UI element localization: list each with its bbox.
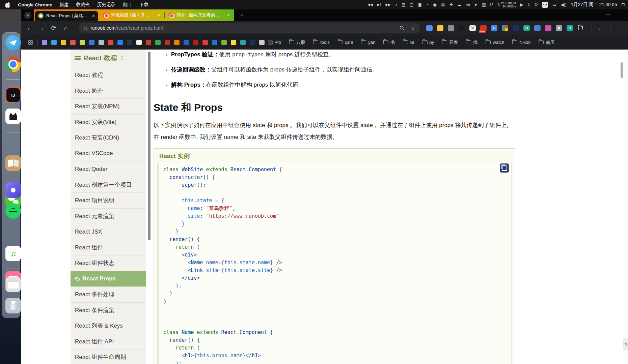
browser-tab-2[interactable]: 环境搭建 | 面向开发者的× (100, 9, 164, 21)
control-center-icon[interactable]: ⧠ (621, 3, 625, 7)
music-status-icon[interactable]: ♪ (395, 3, 397, 7)
chrome-dock-icon[interactable] (5, 57, 21, 72)
sidebar-item-react-组件-api[interactable]: React 组件 API (71, 334, 146, 350)
page-scrollbar[interactable] (621, 62, 623, 78)
tab-close-icon[interactable]: × (227, 12, 230, 18)
bookmark-folder-SI[interactable]: SI (403, 40, 414, 45)
sidebar-item-react-组件状态[interactable]: React 组件状态 (71, 255, 146, 271)
bookmark-pro[interactable]: Pro (268, 40, 281, 45)
spotlight-status-icon[interactable]: Ⓢ (441, 3, 445, 7)
bookmark-favicon-13[interactable] (155, 40, 161, 45)
pinwheel-status-icon[interactable]: ✣ (449, 3, 453, 7)
bookmark-favicon-24[interactable] (259, 40, 265, 45)
screenshot-status-icon[interactable]: ▣ (418, 3, 422, 7)
extension-icon-14[interactable]: B (567, 25, 573, 31)
bookmark-favicon-11[interactable] (136, 40, 142, 45)
tab-close-icon[interactable]: × (92, 13, 95, 19)
bookmark-favicon-17[interactable] (193, 40, 198, 45)
bookmark-favicon-22[interactable] (240, 40, 246, 45)
new-tab-button[interactable]: + (238, 11, 246, 19)
sidebar-item-react-列表-&-keys[interactable]: React 列表 & Keys (71, 318, 146, 334)
bookmark-folder-八股[interactable]: 八股 (289, 39, 305, 46)
browser-tab-3[interactable]: 简介 | 面向开发者的 Pro× (165, 9, 233, 21)
bookmark-favicon-6[interactable] (89, 40, 94, 45)
bookmark-favicon-12[interactable] (146, 40, 151, 45)
input-method-indicator[interactable]: 中 (542, 2, 548, 8)
network-speed-indicator[interactable]: ⇅ 216.1KB/s 94.8KB/s (497, 1, 516, 8)
bookmark-folder-找[interactable]: 找 (466, 39, 477, 46)
bookmark-favicon-18[interactable] (202, 40, 208, 45)
bluetooth-status-icon[interactable]: ᛒ (528, 3, 530, 7)
telegram-dock-icon[interactable] (5, 35, 21, 51)
window-preview-dock-icon[interactable] (5, 277, 21, 292)
sidebar-item-react-组件生命周期[interactable]: React 组件生命周期 (71, 349, 146, 364)
sidebar-scrollbar[interactable] (148, 52, 151, 240)
apple-menu-icon[interactable] (5, 2, 10, 8)
home-button[interactable]: ⌂ (60, 25, 72, 32)
cat-proxy-dock-icon[interactable] (5, 109, 21, 124)
back-button[interactable]: ← (23, 25, 35, 32)
window-control-dash[interactable] (606, 14, 610, 15)
bookmark-folder-书[interactable]: 书 (383, 39, 395, 46)
dark-mode-moon-icon[interactable]: ☾ (120, 55, 126, 62)
gauge-status-icon[interactable]: ◔ (426, 3, 429, 7)
bookmark-favicon-10[interactable] (127, 40, 132, 45)
bookmark-favicon-2[interactable] (51, 40, 57, 45)
sidebar-item-react-创建第一个项目[interactable]: React 创建第一个项目 (71, 177, 146, 193)
bookmark-favicon-23[interactable] (250, 40, 255, 45)
bookmark-favicon-21[interactable] (231, 40, 236, 45)
copy-tool-status-icon[interactable]: ▥ (482, 3, 486, 7)
trash-dock-icon[interactable] (5, 298, 21, 313)
forward-button[interactable]: → (35, 25, 48, 32)
sidebar-item-react-qoder[interactable]: React Qoder (71, 161, 146, 177)
spotify-dock-icon[interactable] (5, 203, 21, 219)
bookmark-favicon-1[interactable] (42, 40, 47, 45)
bookmark-folder-cam[interactable]: cam (338, 40, 353, 45)
tab-search-button[interactable]: ∨ (24, 12, 31, 19)
sidebar-item-react-安装(npm)[interactable]: React 安装(NPM) (71, 98, 146, 114)
browser-tab-1[interactable]: React Props | 菜鸟教程× (35, 11, 98, 21)
extension-icon-13[interactable]: A (556, 25, 562, 31)
site-settings-icon[interactable]: ◎ (83, 26, 87, 31)
bookmark-favicon-15[interactable] (174, 40, 180, 45)
display-status-icon[interactable]: ▭ (552, 3, 556, 7)
menubar-menu-历史记录[interactable]: 历史记录 (97, 2, 115, 8)
sidebar-item-react-元素渲染[interactable]: React 元素渲染 (71, 208, 146, 224)
reading-dock-icon[interactable] (5, 155, 21, 171)
bookmark-star-icon[interactable]: ☆ (411, 25, 415, 31)
sidebar-item-react-简介[interactable]: React 简介 (71, 83, 146, 99)
bookmark-favicon-3[interactable] (61, 40, 66, 45)
extension-icon-11[interactable] (534, 25, 541, 31)
menubar-menu-收藏夹[interactable]: 收藏夹 (76, 2, 90, 8)
note-pencil-widget[interactable]: ✎ (623, 338, 628, 350)
address-bar[interactable]: ◎ runoob.com/react/react-props.html ☆ (79, 23, 420, 33)
bookmark-folder-Nikon[interactable]: Nikon (512, 40, 530, 45)
bookmark-folder-py[interactable]: py (422, 40, 434, 45)
bookmark-folder-tools[interactable]: tools (313, 40, 329, 45)
bookmark-folder-简历[interactable]: 简历 (539, 39, 554, 46)
extension-icon-9[interactable] (513, 25, 519, 31)
stats-status-icon[interactable]: ▤ (402, 3, 405, 7)
menubar-menu-下载[interactable]: 下载 (139, 2, 148, 8)
bookmark-favicon-7[interactable] (99, 40, 104, 45)
cloud-sync-status-icon[interactable]: ☁ (457, 3, 461, 7)
intellij-idea-dock-icon[interactable] (5, 87, 21, 103)
sidebar-item-react-安装(cdn)[interactable]: React 安装(CDN) (71, 130, 146, 146)
purple-app-dock-icon[interactable] (5, 182, 21, 198)
reload-button[interactable]: ⟳ (48, 24, 60, 32)
tab-close-icon[interactable]: × (158, 12, 160, 18)
bookmark-folder-yan[interactable]: yan (361, 40, 375, 45)
sidebar-item-react-条件渲染[interactable]: React 条件渲染 (71, 302, 146, 318)
bookmark-folder-开发[interactable]: 开发 (442, 39, 458, 46)
extension-icon-1[interactable] (426, 25, 433, 31)
bookmark-favicon-9[interactable] (117, 40, 123, 45)
menubar-menu-新建[interactable]: 新建 (59, 2, 69, 8)
volume-status-icon[interactable]: ◀)) (561, 3, 567, 7)
downloads-icon[interactable]: ↓ (598, 25, 600, 31)
extension-icon-12[interactable] (545, 25, 551, 31)
sidebar-item-react-组件[interactable]: React 组件 (71, 240, 146, 255)
extensions-puzzle-icon[interactable] (577, 24, 583, 32)
menubar-clock[interactable]: 1月27日 周二 21:40:05 (571, 2, 617, 8)
mouse-tool-status-icon[interactable]: ➤ (474, 3, 477, 7)
extension-icon-8[interactable] (502, 25, 508, 31)
